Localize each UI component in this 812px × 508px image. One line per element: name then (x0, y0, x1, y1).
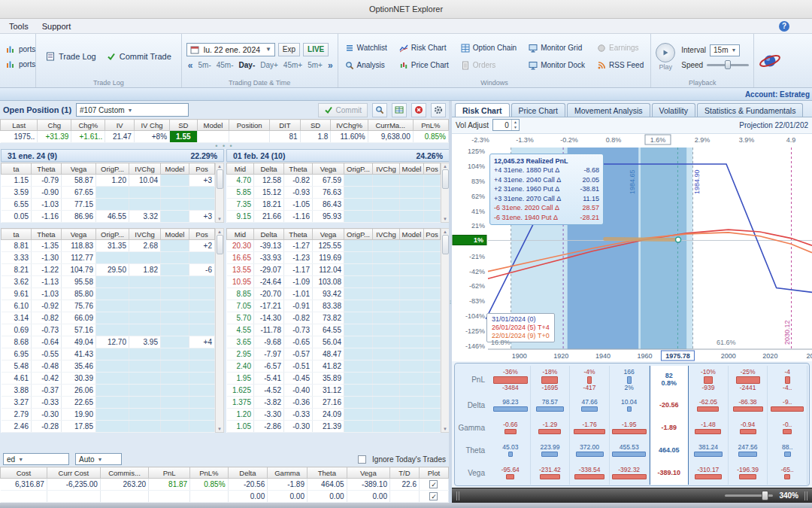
table-row[interactable]: 9.1521.66-1.1695.93 (227, 211, 441, 223)
table-row[interactable]: 5.8515.12-0.9376.63 (227, 187, 441, 199)
table-row[interactable]: 1.20-3.30-0.3324.09 (227, 409, 441, 421)
table-row[interactable]: 1.375-3.82-0.3627.16 (227, 397, 441, 409)
table-row[interactable]: 10.95-24.64-1.09103.08 (227, 276, 441, 288)
chevron-down-icon[interactable]: ▼ (18, 457, 23, 462)
toggle-rss-feed[interactable]: RSS Feed (595, 58, 646, 72)
help-icon[interactable]: ? (779, 21, 789, 32)
table-row[interactable]: 3.62-1.1395.58 (2, 276, 215, 288)
toggle-monitor-grid[interactable]: Monitor Grid (526, 41, 587, 55)
step-45m-fwd[interactable]: 45m+ (283, 61, 302, 69)
splitter-handle[interactable]: • • • (0, 143, 449, 149)
table-row[interactable]: 0.69-0.7357.16 (2, 324, 215, 336)
table-row[interactable]: 3.27-0.3322.65 (2, 397, 215, 409)
play-button[interactable] (656, 43, 675, 62)
table-row[interactable]: 8.68-0.6449.0412.703.95+4 (2, 336, 215, 348)
toggle-earnings[interactable]: Earnings (595, 41, 646, 55)
scrollbar-thumb[interactable] (442, 235, 449, 254)
step-day-back[interactable]: Day- (239, 61, 256, 69)
scrollbar-vertical[interactable]: ▲▼ (215, 228, 224, 433)
table-row[interactable]: 1.15-0.7958.871.2010.04+3 (2, 175, 215, 187)
table-row[interactable]: 3.33-1.30112.77 (2, 252, 215, 264)
tab-price-chart[interactable]: Price Chart (511, 103, 566, 117)
stats-value-row[interactable]: 1975..+31.39+1.61..21.47+8%1.55811.811.6… (1, 131, 449, 143)
table-row[interactable]: 0.000.000.000.00✓ (1, 491, 449, 503)
table-row[interactable]: 5.70-14.30-0.8273.82 (227, 312, 441, 324)
table-row[interactable]: 4.55-11.78-0.7364.55 (227, 324, 441, 336)
toggle-analysis[interactable]: Analysis (343, 58, 389, 72)
scroll-up-icon[interactable]: ▲ (443, 164, 447, 169)
toggle-price-chart[interactable]: Price Chart (397, 58, 451, 72)
scrollbar-vertical[interactable]: ▲▼ (215, 163, 224, 223)
table-row[interactable]: 1.625-4.52-0.4031.12 (227, 385, 441, 397)
table-row[interactable]: 6.55-1.0377.15 (2, 199, 215, 211)
table-row[interactable]: 3.14-0.8266.09 (2, 312, 215, 324)
scrollbar-thumb[interactable] (442, 169, 449, 189)
speed-slider-thumb[interactable] (725, 60, 731, 69)
risk-chart[interactable]: 2030.121984.651984.90125%104%83%62%41%21… (452, 134, 812, 361)
zoom-slider-thumb[interactable] (762, 491, 768, 500)
commit-trade-button[interactable]: Commit Trade (102, 49, 177, 64)
table-row[interactable]: 2.46-0.2817.85 (2, 421, 215, 433)
position-select[interactable]: #107 Custom▼ (76, 103, 189, 117)
table-row[interactable]: 3.59-0.9067.65 (2, 187, 215, 199)
scroll-down-icon[interactable]: ▼ (443, 427, 447, 431)
table-row[interactable]: 0.05-1.1686.9646.553.32+3 (2, 211, 215, 223)
table-row[interactable]: 6.95-0.5541.43 (2, 348, 215, 360)
table-row[interactable]: 1.05-2.86-0.3021.39 (227, 421, 441, 433)
scroll-up-icon[interactable]: ▲ (217, 164, 222, 169)
step-day-fwd[interactable]: Day+ (260, 61, 278, 69)
scrollbar-thumb[interactable] (217, 169, 223, 189)
scroll-up-icon[interactable]: ▲ (217, 230, 222, 234)
trade-log-button[interactable]: Trade Log (41, 49, 102, 64)
chevron-down-icon[interactable]: ▼ (265, 46, 271, 53)
date-input[interactable]: lu. 22 ene. 2024▼ (186, 43, 275, 56)
export-grid-button[interactable] (392, 103, 407, 117)
commit-button[interactable]: Commit (318, 103, 368, 117)
toggle-risk-chart[interactable]: Risk Chart (397, 41, 451, 55)
expiry-header-1[interactable]: 31 ene. 24 (9) 22.29% (1, 149, 224, 162)
vol-adjust-spinner[interactable]: 0 ▲▼ (492, 119, 520, 131)
step-45m-back[interactable]: 45m- (217, 61, 234, 69)
chevron-down-icon[interactable]: ▼ (98, 457, 103, 462)
chevron-down-icon[interactable]: ▼ (128, 108, 133, 113)
fast-forward-icon[interactable]: » (328, 60, 333, 71)
ignore-trades-checkbox[interactable] (358, 455, 366, 464)
expiry-header-2[interactable]: 01 feb. 24 (10) 24.26% (226, 149, 450, 162)
table-row[interactable]: 20.30-39.13-1.27125.55 (227, 240, 441, 252)
interval-select[interactable]: 15m▼ (710, 44, 740, 56)
table-row[interactable]: 5.48-0.4835.46 (2, 360, 215, 373)
mode-select[interactable]: Auto▼ (75, 453, 122, 465)
table-row[interactable]: 9.61-1.0385.80 (2, 288, 215, 300)
scroll-down-icon[interactable]: ▼ (443, 217, 447, 221)
chevron-down-icon[interactable]: ▼ (731, 47, 736, 53)
table-row[interactable]: 8.21-1.22104.7929.501.82-6 (2, 264, 215, 276)
table-row[interactable]: 13.55-29.07-1.17112.04 (227, 264, 441, 276)
settings-button[interactable] (431, 103, 446, 117)
step-5m-back[interactable]: 5m- (198, 61, 211, 69)
table-row[interactable]: 7.05-17.21-0.9183.38 (227, 300, 441, 312)
spinner-up-icon[interactable]: ▲ (514, 120, 517, 125)
table-row[interactable]: 6.10-0.9275.76 (2, 300, 215, 312)
scroll-down-icon[interactable]: ▼ (217, 217, 222, 221)
table-row[interactable]: 4.61-0.4230.39 (2, 373, 215, 385)
exp-button[interactable]: Exp (278, 43, 300, 56)
rewind-icon[interactable]: « (188, 60, 193, 71)
table-row[interactable]: 3.88-0.3726.06 (2, 385, 215, 397)
zoom-slider[interactable] (725, 494, 773, 497)
spinner-down-icon[interactable]: ▼ (514, 125, 517, 130)
tab-risk-chart[interactable]: Risk Chart (455, 103, 510, 117)
plot-checkbox[interactable]: ✓ (429, 480, 438, 488)
table-row[interactable]: 16.65-33.93-1.23119.69 (227, 252, 441, 264)
resize-grip[interactable] (804, 491, 807, 500)
scrollbar-thumb[interactable] (217, 235, 223, 254)
aggregation-select[interactable]: ed▼ (3, 453, 69, 465)
account-label[interactable]: Account: Estrateg (745, 90, 810, 99)
table-row[interactable]: 4.7012.58-0.8267.59 (227, 175, 441, 187)
table-row[interactable]: 8.81-1.35118.8331.352.68+2 (2, 240, 215, 252)
step-5m-fwd[interactable]: 5m+ (308, 61, 323, 69)
speed-slider[interactable] (707, 64, 749, 66)
tab-volatility[interactable]: Volatility (652, 103, 696, 117)
table-row[interactable]: 7.3518.21-1.0586.43 (227, 199, 441, 211)
toggle-option-chain[interactable]: Option Chain (459, 41, 519, 55)
reports-button-2[interactable]: ports (5, 58, 37, 70)
